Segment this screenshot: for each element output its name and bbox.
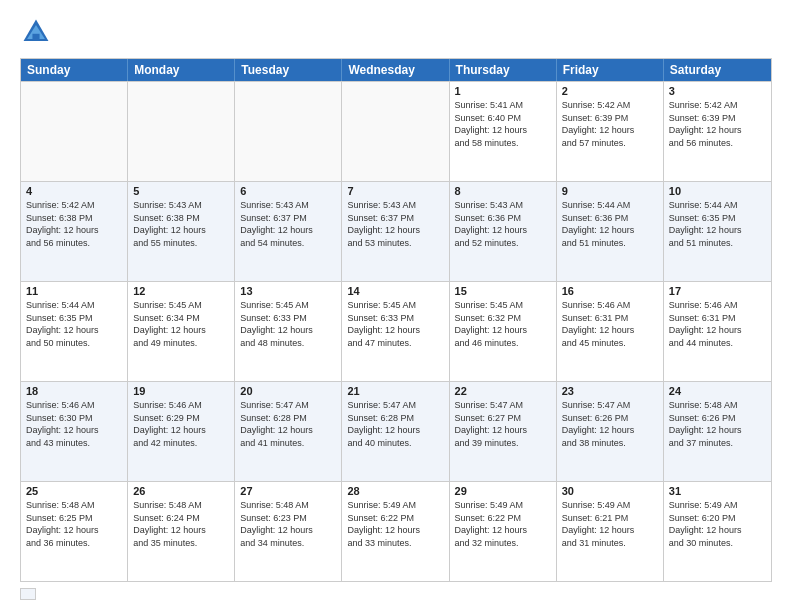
cell-text: Sunrise: 5:47 AMSunset: 6:28 PMDaylight:… — [347, 399, 443, 449]
day-number: 2 — [562, 85, 658, 97]
cell-text: Sunrise: 5:48 AMSunset: 6:24 PMDaylight:… — [133, 499, 229, 549]
cell-text: Sunrise: 5:41 AMSunset: 6:40 PMDaylight:… — [455, 99, 551, 149]
calendar-cell-4-3: 28Sunrise: 5:49 AMSunset: 6:22 PMDayligh… — [342, 482, 449, 581]
page: SundayMondayTuesdayWednesdayThursdayFrid… — [0, 0, 792, 612]
cell-text: Sunrise: 5:49 AMSunset: 6:22 PMDaylight:… — [455, 499, 551, 549]
calendar-row-4: 25Sunrise: 5:48 AMSunset: 6:25 PMDayligh… — [21, 481, 771, 581]
cell-text: Sunrise: 5:43 AMSunset: 6:37 PMDaylight:… — [240, 199, 336, 249]
calendar-cell-4-1: 26Sunrise: 5:48 AMSunset: 6:24 PMDayligh… — [128, 482, 235, 581]
cell-text: Sunrise: 5:48 AMSunset: 6:26 PMDaylight:… — [669, 399, 766, 449]
day-number: 3 — [669, 85, 766, 97]
cell-text: Sunrise: 5:47 AMSunset: 6:28 PMDaylight:… — [240, 399, 336, 449]
cell-text: Sunrise: 5:43 AMSunset: 6:36 PMDaylight:… — [455, 199, 551, 249]
day-number: 16 — [562, 285, 658, 297]
logo-icon — [20, 16, 52, 48]
calendar-cell-0-2 — [235, 82, 342, 181]
cell-text: Sunrise: 5:43 AMSunset: 6:38 PMDaylight:… — [133, 199, 229, 249]
calendar-cell-4-5: 30Sunrise: 5:49 AMSunset: 6:21 PMDayligh… — [557, 482, 664, 581]
cell-text: Sunrise: 5:43 AMSunset: 6:37 PMDaylight:… — [347, 199, 443, 249]
day-number: 11 — [26, 285, 122, 297]
calendar-cell-2-3: 14Sunrise: 5:45 AMSunset: 6:33 PMDayligh… — [342, 282, 449, 381]
cell-text: Sunrise: 5:46 AMSunset: 6:29 PMDaylight:… — [133, 399, 229, 449]
cell-text: Sunrise: 5:46 AMSunset: 6:31 PMDaylight:… — [669, 299, 766, 349]
day-number: 7 — [347, 185, 443, 197]
day-number: 28 — [347, 485, 443, 497]
calendar-cell-1-5: 9Sunrise: 5:44 AMSunset: 6:36 PMDaylight… — [557, 182, 664, 281]
day-number: 4 — [26, 185, 122, 197]
day-number: 31 — [669, 485, 766, 497]
calendar-cell-0-6: 3Sunrise: 5:42 AMSunset: 6:39 PMDaylight… — [664, 82, 771, 181]
day-number: 21 — [347, 385, 443, 397]
header-cell-saturday: Saturday — [664, 59, 771, 81]
cell-text: Sunrise: 5:42 AMSunset: 6:39 PMDaylight:… — [669, 99, 766, 149]
calendar-cell-0-0 — [21, 82, 128, 181]
calendar-cell-2-5: 16Sunrise: 5:46 AMSunset: 6:31 PMDayligh… — [557, 282, 664, 381]
header-cell-monday: Monday — [128, 59, 235, 81]
calendar-cell-2-4: 15Sunrise: 5:45 AMSunset: 6:32 PMDayligh… — [450, 282, 557, 381]
day-number: 26 — [133, 485, 229, 497]
calendar-body: 1Sunrise: 5:41 AMSunset: 6:40 PMDaylight… — [21, 81, 771, 581]
calendar-cell-3-5: 23Sunrise: 5:47 AMSunset: 6:26 PMDayligh… — [557, 382, 664, 481]
day-number: 10 — [669, 185, 766, 197]
day-number: 20 — [240, 385, 336, 397]
cell-text: Sunrise: 5:47 AMSunset: 6:27 PMDaylight:… — [455, 399, 551, 449]
day-number: 9 — [562, 185, 658, 197]
day-number: 12 — [133, 285, 229, 297]
cell-text: Sunrise: 5:49 AMSunset: 6:21 PMDaylight:… — [562, 499, 658, 549]
day-number: 19 — [133, 385, 229, 397]
day-number: 6 — [240, 185, 336, 197]
day-number: 25 — [26, 485, 122, 497]
cell-text: Sunrise: 5:45 AMSunset: 6:33 PMDaylight:… — [240, 299, 336, 349]
day-number: 24 — [669, 385, 766, 397]
day-number: 8 — [455, 185, 551, 197]
calendar-row-2: 11Sunrise: 5:44 AMSunset: 6:35 PMDayligh… — [21, 281, 771, 381]
cell-text: Sunrise: 5:44 AMSunset: 6:36 PMDaylight:… — [562, 199, 658, 249]
header-cell-tuesday: Tuesday — [235, 59, 342, 81]
day-number: 5 — [133, 185, 229, 197]
cell-text: Sunrise: 5:45 AMSunset: 6:33 PMDaylight:… — [347, 299, 443, 349]
day-number: 27 — [240, 485, 336, 497]
cell-text: Sunrise: 5:46 AMSunset: 6:30 PMDaylight:… — [26, 399, 122, 449]
calendar-cell-1-0: 4Sunrise: 5:42 AMSunset: 6:38 PMDaylight… — [21, 182, 128, 281]
calendar-cell-1-3: 7Sunrise: 5:43 AMSunset: 6:37 PMDaylight… — [342, 182, 449, 281]
calendar-cell-3-4: 22Sunrise: 5:47 AMSunset: 6:27 PMDayligh… — [450, 382, 557, 481]
calendar-cell-0-4: 1Sunrise: 5:41 AMSunset: 6:40 PMDaylight… — [450, 82, 557, 181]
cell-text: Sunrise: 5:46 AMSunset: 6:31 PMDaylight:… — [562, 299, 658, 349]
day-number: 13 — [240, 285, 336, 297]
header-cell-friday: Friday — [557, 59, 664, 81]
header-cell-sunday: Sunday — [21, 59, 128, 81]
calendar-row-0: 1Sunrise: 5:41 AMSunset: 6:40 PMDaylight… — [21, 81, 771, 181]
day-number: 14 — [347, 285, 443, 297]
cell-text: Sunrise: 5:49 AMSunset: 6:22 PMDaylight:… — [347, 499, 443, 549]
calendar-cell-2-6: 17Sunrise: 5:46 AMSunset: 6:31 PMDayligh… — [664, 282, 771, 381]
calendar-cell-3-2: 20Sunrise: 5:47 AMSunset: 6:28 PMDayligh… — [235, 382, 342, 481]
calendar-cell-1-1: 5Sunrise: 5:43 AMSunset: 6:38 PMDaylight… — [128, 182, 235, 281]
calendar-cell-4-4: 29Sunrise: 5:49 AMSunset: 6:22 PMDayligh… — [450, 482, 557, 581]
header-cell-wednesday: Wednesday — [342, 59, 449, 81]
calendar-cell-0-5: 2Sunrise: 5:42 AMSunset: 6:39 PMDaylight… — [557, 82, 664, 181]
calendar-cell-0-1 — [128, 82, 235, 181]
calendar-cell-1-6: 10Sunrise: 5:44 AMSunset: 6:35 PMDayligh… — [664, 182, 771, 281]
calendar-cell-0-3 — [342, 82, 449, 181]
day-number: 18 — [26, 385, 122, 397]
cell-text: Sunrise: 5:45 AMSunset: 6:34 PMDaylight:… — [133, 299, 229, 349]
header — [20, 16, 772, 48]
calendar-cell-2-1: 12Sunrise: 5:45 AMSunset: 6:34 PMDayligh… — [128, 282, 235, 381]
cell-text: Sunrise: 5:42 AMSunset: 6:39 PMDaylight:… — [562, 99, 658, 149]
calendar-cell-3-1: 19Sunrise: 5:46 AMSunset: 6:29 PMDayligh… — [128, 382, 235, 481]
calendar-header: SundayMondayTuesdayWednesdayThursdayFrid… — [21, 59, 771, 81]
cell-text: Sunrise: 5:44 AMSunset: 6:35 PMDaylight:… — [669, 199, 766, 249]
cell-text: Sunrise: 5:42 AMSunset: 6:38 PMDaylight:… — [26, 199, 122, 249]
legend — [20, 588, 772, 600]
calendar-cell-4-0: 25Sunrise: 5:48 AMSunset: 6:25 PMDayligh… — [21, 482, 128, 581]
cell-text: Sunrise: 5:45 AMSunset: 6:32 PMDaylight:… — [455, 299, 551, 349]
cell-text: Sunrise: 5:48 AMSunset: 6:25 PMDaylight:… — [26, 499, 122, 549]
calendar-cell-4-2: 27Sunrise: 5:48 AMSunset: 6:23 PMDayligh… — [235, 482, 342, 581]
header-cell-thursday: Thursday — [450, 59, 557, 81]
calendar-row-1: 4Sunrise: 5:42 AMSunset: 6:38 PMDaylight… — [21, 181, 771, 281]
cell-text: Sunrise: 5:48 AMSunset: 6:23 PMDaylight:… — [240, 499, 336, 549]
calendar-row-3: 18Sunrise: 5:46 AMSunset: 6:30 PMDayligh… — [21, 381, 771, 481]
calendar-cell-2-2: 13Sunrise: 5:45 AMSunset: 6:33 PMDayligh… — [235, 282, 342, 381]
calendar-cell-1-2: 6Sunrise: 5:43 AMSunset: 6:37 PMDaylight… — [235, 182, 342, 281]
cell-text: Sunrise: 5:49 AMSunset: 6:20 PMDaylight:… — [669, 499, 766, 549]
